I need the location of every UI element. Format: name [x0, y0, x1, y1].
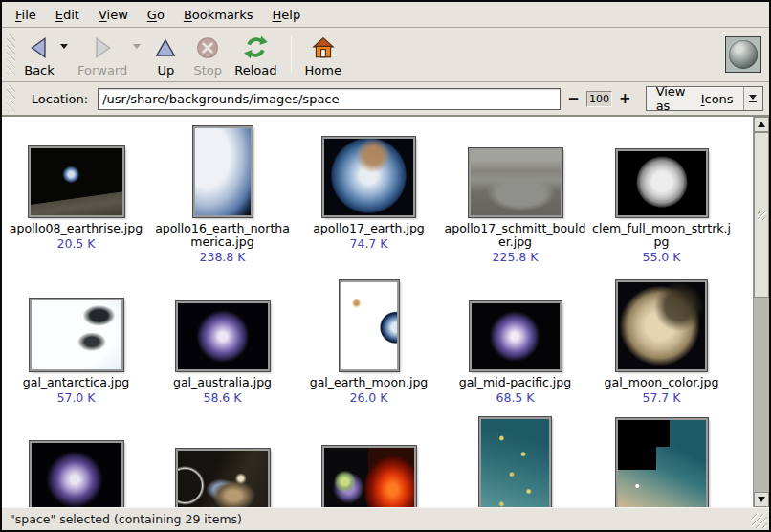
forward-dropdown-arrow-icon[interactable]	[133, 44, 141, 49]
file-name: gal_moon_color.jpg	[605, 376, 719, 389]
up-arrow-icon	[153, 33, 178, 62]
file-name: gal_earth_moon.jpg	[310, 376, 429, 389]
file-thumbnail[interactable]	[616, 149, 708, 217]
file-size: 58.6 K	[203, 390, 241, 405]
chevron-down-icon	[749, 95, 757, 100]
file-item[interactable]	[296, 417, 442, 507]
menu-go[interactable]: Go	[138, 4, 174, 26]
file-item[interactable]: apollo17_earth.jpg 74.7 K	[296, 120, 442, 264]
forward-button[interactable]: Forward	[72, 32, 133, 78]
up-triangle-icon	[758, 122, 765, 127]
menu-bar: File Edit View Go Bookmarks Help	[2, 2, 769, 28]
file-name: gal_antarctica.jpg	[23, 376, 129, 389]
file-size: 57.7 K	[642, 390, 680, 405]
gray-sphere-throbber-icon	[729, 40, 758, 69]
file-item[interactable]: apollo17_schmitt_boulder.jpg 225.8 K	[442, 120, 588, 264]
scrollbar-thumb[interactable]	[754, 132, 769, 298]
file-item[interactable]	[588, 417, 735, 507]
file-item[interactable]: gal_earth_moon.jpg 26.0 K	[296, 274, 442, 405]
menu-edit[interactable]: Edit	[46, 4, 89, 26]
icons-area[interactable]: apollo08_earthrise.jpg 20.5 K apollo16_e…	[2, 117, 753, 507]
file-size: 238.8 K	[200, 250, 246, 264]
file-thumbnail[interactable]	[176, 449, 270, 507]
file-name: clem_full_moon_strtrk.jpg	[591, 222, 733, 249]
file-name: apollo17_schmitt_boulder.jpg	[445, 222, 586, 249]
file-size: 26.0 K	[349, 390, 387, 405]
file-thumbnail[interactable]	[340, 280, 399, 371]
status-bar: "space" selected (containing 29 items)	[2, 507, 769, 530]
file-size: 57.0 K	[56, 390, 95, 405]
file-thumbnail[interactable]	[470, 301, 562, 371]
file-name: apollo08_earthrise.jpg	[10, 222, 143, 235]
down-triangle-icon	[758, 497, 765, 502]
file-name: apollo17_earth.jpg	[313, 222, 425, 235]
scroll-down-button[interactable]	[754, 492, 769, 507]
file-item[interactable]	[442, 417, 588, 507]
location-bar: Location: − 100 + View as Icons	[2, 82, 769, 116]
file-size: 68.5 K	[496, 390, 534, 405]
file-thumbnail[interactable]	[176, 301, 270, 371]
file-thumbnail[interactable]	[322, 137, 415, 217]
file-item[interactable]	[149, 417, 296, 507]
location-label: Location:	[32, 92, 88, 106]
location-input[interactable]	[98, 88, 561, 110]
zoom-level-display: 100	[586, 91, 612, 107]
icon-row-2: gal_antarctica.jpg 57.0 K gal_australia.…	[3, 274, 735, 405]
file-thumbnail[interactable]	[30, 441, 123, 507]
file-size: 20.5 K	[56, 236, 95, 251]
reload-button[interactable]: Reload	[229, 32, 282, 78]
window-resize-grip[interactable]	[752, 514, 767, 528]
file-item[interactable]: gal_moon_color.jpg 57.7 K	[588, 274, 735, 405]
status-text: "space" selected (containing 29 items)	[10, 512, 242, 526]
file-item[interactable]	[3, 417, 149, 507]
file-item[interactable]: gal_antarctica.jpg 57.0 K	[3, 274, 149, 405]
menu-view[interactable]: View	[89, 4, 138, 26]
menu-bookmarks[interactable]: Bookmarks	[174, 4, 263, 26]
up-button[interactable]: Up	[144, 32, 187, 78]
file-thumbnail[interactable]	[616, 280, 707, 371]
toolbar-separator	[291, 36, 292, 73]
file-name: gal_australia.jpg	[173, 376, 272, 389]
file-item[interactable]: gal_mid-pacific.jpg 68.5 K	[442, 274, 588, 405]
back-button[interactable]: Back	[18, 32, 60, 78]
file-thumbnail[interactable]	[322, 446, 416, 507]
reload-cycle-icon	[243, 33, 269, 62]
file-item[interactable]: apollo16_earth_northamerica.jpg 238.8 K	[149, 120, 296, 264]
file-thumbnail[interactable]	[193, 126, 253, 217]
file-thumbnail[interactable]	[469, 148, 562, 217]
location-bar-drag-handle[interactable]	[7, 85, 15, 111]
zoom-out-button[interactable]: −	[561, 90, 586, 107]
toolbar-drag-handle[interactable]	[7, 34, 15, 75]
back-arrow-icon	[27, 33, 52, 62]
home-button[interactable]: Home	[299, 32, 347, 78]
folder-view[interactable]: apollo08_earthrise.jpg 20.5 K apollo16_e…	[2, 116, 769, 507]
file-thumbnail[interactable]	[479, 417, 551, 507]
scroll-up-button[interactable]	[754, 117, 769, 132]
stop-button[interactable]: Stop	[187, 32, 229, 78]
view-mode-arrow-button[interactable]	[743, 87, 762, 110]
file-name: apollo16_earth_northamerica.jpg	[152, 222, 294, 249]
file-item[interactable]: gal_australia.jpg 58.6 K	[149, 274, 296, 405]
stop-x-icon	[195, 33, 220, 62]
file-thumbnail[interactable]	[29, 146, 124, 217]
file-item[interactable]: apollo08_earthrise.jpg 20.5 K	[3, 120, 149, 264]
file-manager-window: File Edit View Go Bookmarks Help Back Fo…	[0, 0, 771, 532]
view-mode-label: View as Icons	[647, 87, 743, 110]
house-icon	[311, 33, 336, 62]
forward-arrow-icon	[90, 33, 115, 62]
file-thumbnail[interactable]	[616, 418, 708, 507]
menu-file[interactable]: File	[6, 4, 46, 26]
file-item[interactable]: clem_full_moon_strtrk.jpg 55.0 K	[588, 120, 735, 264]
file-thumbnail[interactable]	[30, 299, 123, 371]
vertical-scrollbar[interactable]	[753, 117, 769, 507]
icon-row-1: apollo08_earthrise.jpg 20.5 K apollo16_e…	[3, 120, 735, 264]
toolbar: Back Forward Up Stop	[2, 28, 769, 82]
view-mode-dropdown[interactable]: View as Icons	[646, 86, 763, 111]
file-size: 74.7 K	[349, 236, 387, 251]
icon-row-3	[3, 417, 735, 507]
menu-help[interactable]: Help	[263, 4, 311, 26]
file-name: gal_mid-pacific.jpg	[459, 376, 571, 389]
back-dropdown-arrow-icon[interactable]	[60, 44, 68, 49]
zoom-in-button[interactable]: +	[612, 90, 638, 107]
throbber	[725, 36, 761, 73]
